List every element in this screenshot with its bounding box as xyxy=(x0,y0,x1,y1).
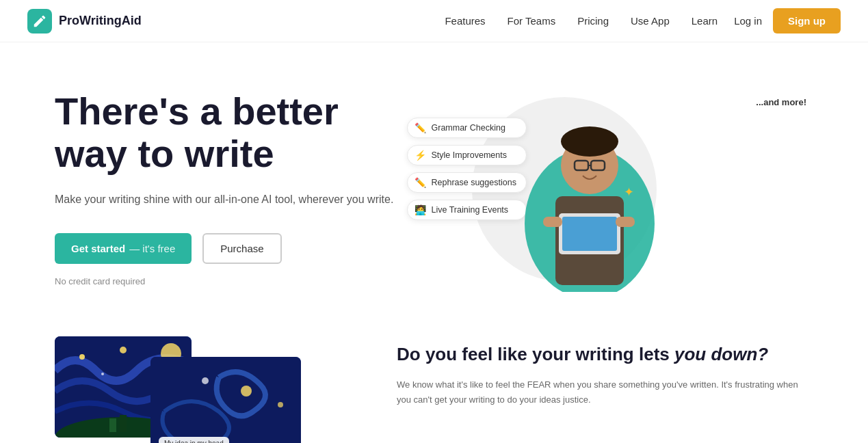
rephrase-icon: ✏️ xyxy=(415,177,426,188)
svg-point-23 xyxy=(202,377,209,384)
nav-links: Features For Teams Pricing Use App Learn xyxy=(445,15,718,27)
svg-point-3 xyxy=(561,126,618,157)
tag-training: 🧑‍💻 Live Training Events xyxy=(407,200,527,220)
more-label: ...and more! xyxy=(756,97,806,107)
thought-bubble: My idea in my head xyxy=(159,437,229,443)
svg-point-14 xyxy=(120,347,127,353)
style-icon: ⚡ xyxy=(415,150,426,161)
svg-rect-19 xyxy=(109,418,116,432)
svg-rect-9 xyxy=(543,217,562,227)
lower-title: Do you feel like your writing lets you d… xyxy=(397,343,813,366)
purchase-button[interactable]: Purchase xyxy=(202,233,281,264)
grammar-icon: ✏️ xyxy=(415,122,426,133)
hero-subtitle: Make your writing shine with our all-in-… xyxy=(55,191,421,209)
hero-cta: Get started — it's free Purchase xyxy=(55,233,421,264)
hero-title: There's a better way to write xyxy=(55,90,421,174)
tag-grammar: ✏️ Grammar Checking xyxy=(407,118,527,138)
svg-point-24 xyxy=(278,402,283,407)
person-svg: ✦ xyxy=(514,87,665,292)
svg-point-13 xyxy=(79,354,85,360)
svg-rect-10 xyxy=(616,217,635,227)
training-icon: 🧑‍💻 xyxy=(415,204,426,215)
lower-section: My idea in my head Do you feel like your… xyxy=(0,336,868,443)
hero-section: There's a better way to write Make your … xyxy=(0,42,868,336)
hero-illustration: ...and more! ✏️ Grammar Checking ⚡ Style… xyxy=(448,83,814,309)
no-credit-text: No credit card required xyxy=(55,276,421,286)
lower-text: We know what it's like to feel the FEAR … xyxy=(397,377,813,407)
svg-text:✦: ✦ xyxy=(624,185,634,199)
nav-use-app[interactable]: Use App xyxy=(631,15,670,27)
front-card: My idea in my head xyxy=(150,357,301,443)
get-started-button[interactable]: Get started — it's free xyxy=(55,233,192,264)
svg-rect-8 xyxy=(562,217,617,251)
svg-rect-21 xyxy=(150,357,301,443)
svg-rect-20 xyxy=(120,415,127,432)
navbar: ProWritingAid Features For Teams Pricing… xyxy=(0,0,868,42)
lower-left: My idea in my head xyxy=(55,336,342,443)
nav-pricing[interactable]: Pricing xyxy=(577,15,609,27)
nav-learn[interactable]: Learn xyxy=(692,15,718,27)
front-card-svg xyxy=(150,357,301,443)
image-stack: My idea in my head xyxy=(55,336,342,443)
nav-for-teams[interactable]: For Teams xyxy=(508,15,556,27)
hero-left: There's a better way to write Make your … xyxy=(55,83,421,286)
svg-point-22 xyxy=(241,386,252,397)
tag-style: ⚡ Style Improvements xyxy=(407,145,527,165)
signup-button[interactable]: Sign up xyxy=(773,8,841,33)
lower-right: Do you feel like your writing lets you d… xyxy=(397,336,813,407)
logo-icon xyxy=(27,9,52,33)
login-link[interactable]: Log in xyxy=(734,15,762,27)
nav-features[interactable]: Features xyxy=(445,15,485,27)
logo-text: ProWritingAid xyxy=(59,14,142,28)
logo-link[interactable]: ProWritingAid xyxy=(27,9,142,33)
tag-rephrase: ✏️ Rephrase suggestions xyxy=(407,172,527,193)
svg-point-16 xyxy=(101,373,104,375)
pen-icon xyxy=(32,14,47,29)
feature-tags: ✏️ Grammar Checking ⚡ Style Improvements… xyxy=(407,118,527,220)
person-illustration: ✦ xyxy=(514,87,747,306)
